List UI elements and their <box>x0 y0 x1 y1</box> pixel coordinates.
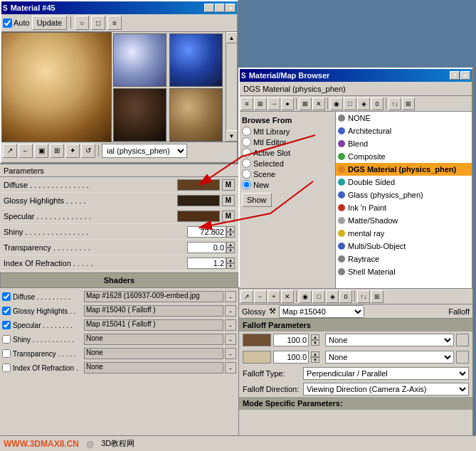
b-icon8[interactable]: ⊞ <box>402 97 415 110</box>
thumbnail-2[interactable] <box>169 33 223 87</box>
shader-transparency-check[interactable] <box>2 349 11 358</box>
mat-item-none[interactable]: NONE <box>336 112 472 124</box>
shader-glossy-check[interactable] <box>2 307 11 315</box>
falloff-spin-up-1[interactable]: ▲ <box>311 334 319 340</box>
b-delete-btn[interactable]: ✕ <box>312 97 325 110</box>
maximize-button[interactable]: □ <box>215 4 225 12</box>
b-icon5[interactable]: ◈ <box>357 97 370 110</box>
radio-mtl-library[interactable]: Mtl Library <box>242 127 333 136</box>
mat-item-blend[interactable]: Blend <box>336 137 472 150</box>
icon-2[interactable]: ← <box>18 144 33 158</box>
shiny-spin-up[interactable]: ▲ <box>226 226 235 232</box>
radio-new[interactable]: New <box>242 180 333 189</box>
b-multi-btn[interactable]: ⊠ <box>299 97 312 110</box>
options-btn[interactable]: ≡ <box>107 16 122 30</box>
b-icon-btn[interactable]: ⊞ <box>254 97 267 110</box>
close-button[interactable]: × <box>226 4 236 12</box>
f-tb-5[interactable]: ◉ <box>299 290 312 303</box>
shader-ior-map[interactable]: None <box>84 362 223 373</box>
mat-item-composite[interactable]: Composite <box>336 150 472 163</box>
f-tb-8[interactable]: 0 <box>339 290 352 303</box>
shader-transparency-map[interactable]: None <box>84 348 223 359</box>
transparency-input[interactable] <box>187 242 226 253</box>
shader-glossy-map[interactable]: Map #15040 ( Falloff ) <box>84 305 223 317</box>
specular-swatch[interactable] <box>177 211 220 222</box>
diffuse-m-button[interactable]: M <box>222 179 235 191</box>
shader-ior-check[interactable] <box>2 364 11 372</box>
f-tb-6[interactable]: □ <box>312 290 325 303</box>
radio-selected[interactable]: Selected <box>242 159 333 168</box>
icon-6[interactable]: ↺ <box>81 144 95 158</box>
shader-diffuse-m[interactable]: - <box>225 291 236 302</box>
icon-5[interactable]: ✦ <box>65 144 80 158</box>
auto-checkbox-container[interactable]: Auto <box>3 18 30 28</box>
f-tb-1[interactable]: ↗ <box>240 290 253 303</box>
f-tb-2[interactable]: ← <box>254 290 267 303</box>
falloff-swatch-2[interactable] <box>243 351 271 364</box>
material-type-dropdown[interactable]: ial (physics_phen) <box>102 144 187 158</box>
falloff-check-1[interactable] <box>456 334 469 346</box>
icon-3[interactable]: ▣ <box>34 144 48 158</box>
shader-glossy-m[interactable]: - <box>225 305 236 317</box>
auto-checkbox[interactable] <box>3 18 12 28</box>
thumbnail-4[interactable] <box>169 88 223 142</box>
falloff-spin-up-2[interactable]: ▲ <box>311 351 319 357</box>
radio-scene[interactable]: Scene <box>242 169 333 179</box>
sphere-view-btn[interactable]: ○ <box>75 16 89 30</box>
falloff-check-2[interactable] <box>456 351 469 364</box>
mat-item-glass[interactable]: Glass (physics_phen) <box>336 189 472 201</box>
shader-transparency-m[interactable]: - <box>225 348 236 359</box>
mat-item-multisub[interactable]: Multi/Sub-Object <box>336 240 472 253</box>
glossy-m-button[interactable]: M <box>222 195 235 206</box>
transparency-spin-up[interactable]: ▲ <box>226 242 235 248</box>
falloff-value-1[interactable] <box>273 334 309 346</box>
thumbnail-1[interactable] <box>113 33 166 87</box>
show-button[interactable]: Show <box>242 193 272 207</box>
radio-active-slot[interactable]: Active Slot <box>242 148 333 157</box>
radio-mtl-editor[interactable]: Mtl Editor <box>242 137 333 147</box>
shiny-spin-down[interactable]: ▼ <box>226 232 235 238</box>
update-button[interactable]: Update <box>32 16 67 30</box>
shader-shiny-m[interactable]: - <box>225 334 236 345</box>
shader-diffuse-map[interactable]: Map #1628 (160937-009-embed.jpg <box>84 291 223 302</box>
b-icon4[interactable]: □ <box>344 97 356 110</box>
b-circle-btn[interactable]: ● <box>281 97 294 110</box>
shiny-input[interactable] <box>187 226 226 238</box>
glossy-swatch[interactable] <box>177 195 220 206</box>
f-tb-10[interactable]: ⊞ <box>371 290 384 303</box>
b-icon7[interactable]: ↑↓ <box>388 97 401 110</box>
browser-close-btn[interactable]: × <box>460 71 470 80</box>
shader-specular-check[interactable] <box>2 321 11 329</box>
mat-item-shell[interactable]: Shell Material <box>336 265 472 278</box>
scroll-down-btn[interactable]: ▼ <box>226 130 238 142</box>
falloff-spin-down-1[interactable]: ▼ <box>311 340 319 346</box>
f-tb-9[interactable]: ↑↓ <box>357 290 370 303</box>
ior-input[interactable] <box>187 258 226 269</box>
f-tb-7[interactable]: ◈ <box>326 290 339 303</box>
b-list-btn[interactable]: ≡ <box>240 97 253 110</box>
falloff-swatch-1[interactable] <box>243 334 271 346</box>
mat-item-architectural[interactable]: Architectural <box>336 124 472 137</box>
shader-specular-map[interactable]: Map #15041 ( Falloff ) <box>84 319 223 331</box>
shader-shiny-map[interactable]: None <box>84 334 223 345</box>
box-view-btn[interactable]: □ <box>91 16 105 30</box>
specular-m-button[interactable]: M <box>222 211 235 222</box>
mat-item-doublesided[interactable]: Double Sided <box>336 176 472 189</box>
b-icon3[interactable]: ◉ <box>330 97 343 110</box>
diffuse-swatch[interactable] <box>177 179 220 191</box>
falloff-none-dropdown-1[interactable]: None <box>325 334 454 346</box>
shader-diffuse-check[interactable] <box>2 292 11 301</box>
browser-help-btn[interactable]: ? <box>450 71 460 80</box>
falloff-value-2[interactable] <box>273 351 309 364</box>
mat-item-raytrace[interactable]: Raytrace <box>336 253 472 265</box>
falloff-none-dropdown-2[interactable]: None <box>325 351 454 364</box>
mat-item-matte[interactable]: Matte/Shadow <box>336 214 472 227</box>
falloff-map-dropdown[interactable]: Map #15040 <box>279 305 364 318</box>
icon-4[interactable]: ⊞ <box>50 144 64 158</box>
icon-1[interactable]: ↗ <box>3 144 17 158</box>
shader-ior-m[interactable]: - <box>225 362 236 373</box>
falloff-dir-dropdown[interactable]: Viewing Direction (Camera Z-Axis) <box>303 383 469 396</box>
f-tb-4[interactable]: ✕ <box>281 290 294 303</box>
shader-specular-m[interactable]: - <box>225 319 236 331</box>
mat-item-inkpaint[interactable]: Ink 'n Paint <box>336 201 472 214</box>
